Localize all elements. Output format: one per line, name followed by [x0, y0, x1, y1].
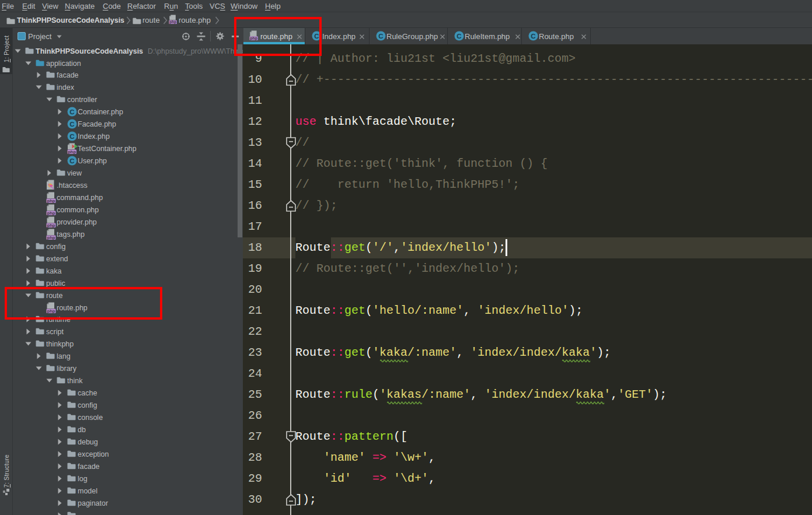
svg-text:C: C [69, 157, 74, 164]
svg-text:php: php [47, 223, 55, 227]
svg-text:C: C [69, 133, 74, 140]
svg-text:php: php [47, 235, 55, 239]
svg-text:C: C [69, 121, 74, 128]
svg-text:php: php [47, 199, 55, 203]
svg-text:C: C [69, 108, 74, 115]
svg-text:php: php [47, 211, 55, 215]
svg-text:C: C [456, 33, 461, 40]
svg-text:php: php [169, 20, 176, 24]
svg-text:C: C [378, 33, 383, 40]
svg-text:C: C [531, 33, 535, 40]
svg-text:php: php [68, 150, 76, 154]
